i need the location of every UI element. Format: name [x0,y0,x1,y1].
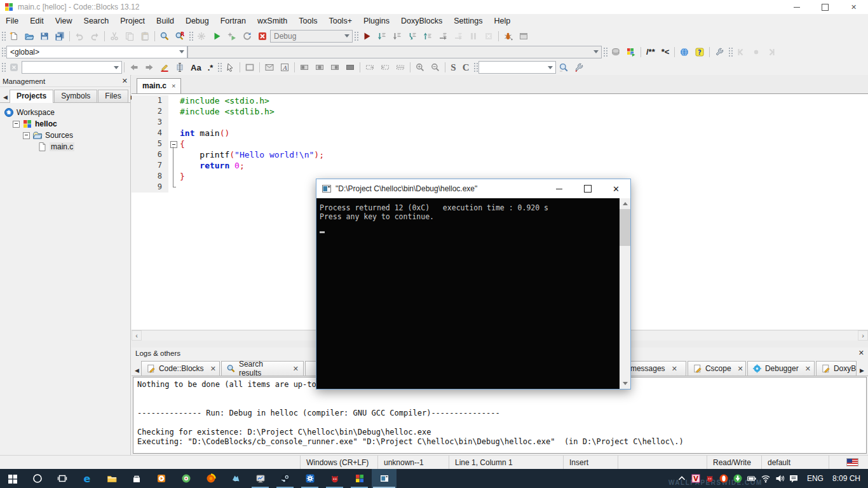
doxy-block-comment-button[interactable]: /** [643,45,658,59]
save-button[interactable] [37,29,52,43]
nav-back-button[interactable] [733,45,749,59]
ws-frame-button[interactable] [242,60,257,74]
language-indicator[interactable]: ENG [801,474,830,483]
run-button[interactable] [209,29,224,43]
management-tab-files[interactable]: Files [98,90,128,102]
logs-tabs-scroll-left-icon[interactable]: ◀ [133,367,141,376]
tab-close-icon[interactable]: ✕ [738,365,743,373]
menu-settings[interactable]: Settings [448,15,488,28]
tree-item-workspace[interactable]: Workspace [0,107,130,118]
redo-button[interactable] [87,29,102,43]
fold-margin[interactable] [168,95,179,106]
code-line-6[interactable]: 6 printf("Hello world!\n"); [132,149,868,160]
various-info-button[interactable] [516,29,531,43]
taskbar-media-player-button[interactable] [149,469,173,488]
logs-tab-doxyb[interactable]: DoxyB [816,361,857,376]
tray-vmware-button[interactable]: V [689,469,703,488]
chevron-down-icon[interactable] [342,30,352,42]
next-line-button[interactable] [390,29,405,43]
menu-wxsmith[interactable]: wxSmith [252,15,293,28]
console-scrollbar[interactable] [620,198,630,389]
next-instruction-button[interactable] [435,29,451,43]
ws-panel-button[interactable]: A [277,60,292,74]
step-into-button[interactable] [405,29,420,43]
tools-config-button[interactable] [571,60,587,74]
console-title-bar[interactable]: "D:\Project C\helloc\bin\Debug\helloc.ex… [316,179,630,198]
break-debugger-button[interactable] [466,29,481,43]
editor-tab-mainc[interactable]: main.c × [137,78,181,93]
regex-button[interactable]: .* [205,60,217,74]
scroll-right-icon[interactable]: › [858,330,868,341]
menu-project[interactable]: Project [114,15,151,28]
chevron-down-icon[interactable] [545,62,555,73]
incremental-search-input[interactable] [22,61,122,74]
taskbar-codeblocks-button[interactable] [347,469,372,488]
taskbar-console-window-button[interactable] [372,469,397,488]
logs-close-icon[interactable]: ✕ [858,349,864,357]
ws-align-right-button[interactable] [327,60,342,74]
taskbar-daemon-tools-button[interactable] [322,469,347,488]
tray-daemon-tray-button[interactable] [703,469,717,488]
console-scroll-down-icon[interactable] [620,378,630,389]
selected-text-only-button[interactable] [172,60,187,74]
match-case-button[interactable]: Aa [187,60,205,74]
zoom-out-button[interactable] [428,60,443,74]
console-minimize-button[interactable] [545,179,573,198]
code-line-4[interactable]: 4int main() [132,128,868,139]
toolbar-gripper[interactable] [602,46,607,58]
menu-search[interactable]: Search [78,15,115,28]
taskbar-steam-button[interactable] [273,469,297,488]
menu-edit[interactable]: Edit [24,15,50,28]
management-close-icon[interactable]: ✕ [122,77,128,85]
ws-expand-h-button[interactable] [362,60,377,74]
console-scroll-up-icon[interactable] [620,198,630,209]
clear-search-button[interactable] [6,60,22,74]
step-out-button[interactable] [420,29,435,43]
logs-tab-debugger[interactable]: Debugger✕ [747,361,815,376]
tab-close-icon[interactable]: ✕ [672,365,677,373]
toolbar-gripper[interactable] [1,30,6,42]
tools-search-button[interactable] [556,60,571,74]
menu-debug[interactable]: Debug [180,15,215,28]
tray-action-center-button[interactable] [787,469,801,488]
management-tab-symbols[interactable]: Symbols [54,90,97,102]
ws-content-button[interactable]: C [459,60,473,74]
code-line-7[interactable]: 7 return 0; [132,160,868,171]
menu-view[interactable]: View [50,15,78,28]
doxy-www-button[interactable] [677,45,692,59]
build-button[interactable] [194,29,209,43]
taskbar-start-button[interactable] [0,469,25,488]
toolbar-gripper[interactable] [188,30,193,42]
menu-build[interactable]: Build [151,15,180,28]
close-button[interactable]: ✕ [839,0,868,14]
rebuild-button[interactable] [240,29,255,43]
toolbar-gripper[interactable] [473,62,478,73]
tray-chevron-up-button[interactable] [675,469,689,488]
menu-fortran[interactable]: Fortran [215,15,252,28]
open-file-button[interactable] [22,29,37,43]
tree-item-main-c[interactable]: main.c [0,141,130,152]
search-prev-button[interactable] [126,60,142,74]
maximize-button[interactable] [811,0,839,14]
search-next-button[interactable] [142,60,157,74]
fold-margin[interactable] [168,106,179,117]
tools-combo[interactable] [478,61,556,74]
editor-tab-close-icon[interactable]: × [172,82,175,90]
fold-margin[interactable] [168,139,179,149]
replace-button[interactable]: R [172,29,187,43]
tab-close-icon[interactable]: ✕ [210,365,216,373]
tray-idm-button[interactable] [731,469,745,488]
tab-close-icon[interactable]: ✕ [293,365,299,373]
abort-build-button[interactable] [255,29,270,43]
code-line-1[interactable]: 1#include <stdio.h> [132,95,868,106]
tree-expander-icon[interactable] [13,121,20,128]
menu-help[interactable]: Help [488,15,516,28]
ws-align-full-button[interactable] [342,60,358,74]
tray-volume-button[interactable] [773,469,787,488]
tree-item-sources[interactable]: Sources [0,130,130,141]
find-button[interactable] [157,29,172,43]
tree-expander-icon[interactable] [23,132,30,139]
logs-tab-search-results[interactable]: Search results✕ [221,361,304,376]
fold-margin[interactable] [168,171,179,182]
menu-file[interactable]: File [0,15,24,28]
